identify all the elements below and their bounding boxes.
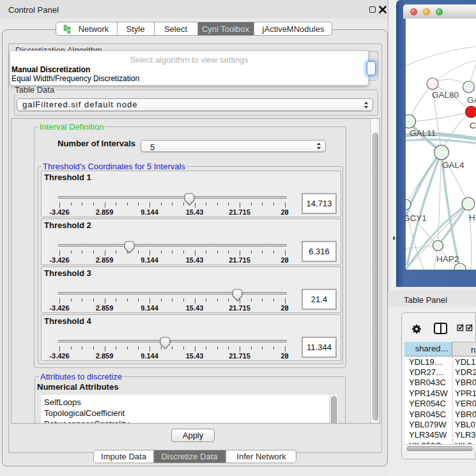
svg-text:GAL11: GAL11 <box>410 128 436 138</box>
svg-text:GCY1: GCY1 <box>406 213 427 223</box>
svg-text:HAP2: HAP2 <box>436 254 459 264</box>
svg-text:C: C <box>470 121 476 130</box>
svg-text:GA: GA <box>467 95 476 105</box>
svg-text:H: H <box>469 213 475 222</box>
svg-text:GAL4: GAL4 <box>442 160 464 170</box>
svg-text:GAL80: GAL80 <box>432 90 459 100</box>
